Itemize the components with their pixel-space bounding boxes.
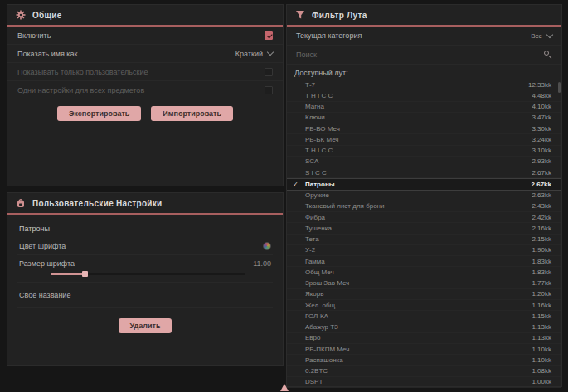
loot-item-name: T H I C C: [305, 92, 333, 99]
loot-item-value: 2.63kk: [532, 191, 551, 199]
loot-list-item[interactable]: Тканевый лист для брони 2.43kk: [287, 201, 561, 212]
color-wheel-icon[interactable]: [263, 242, 271, 250]
category-select[interactable]: Все: [531, 32, 552, 40]
loot-item-name: РБ-БК Меч: [305, 136, 339, 143]
chevron-down-icon: [267, 49, 274, 56]
loot-item-value: 4.10kk: [532, 103, 551, 110]
loot-list-item[interactable]: Патроны 2.67kk: [287, 178, 561, 190]
search-row[interactable]: Поиск: [287, 46, 561, 65]
font-size-slider[interactable]: [19, 272, 245, 276]
loot-item-name: Оружие: [305, 191, 329, 199]
loot-item-value: 2.93kk: [532, 157, 551, 165]
filter-panel-title: Фильтр Лута: [312, 11, 367, 20]
backpack-icon: [16, 198, 26, 208]
loot-item-value: 2.43kk: [532, 202, 551, 210]
loot-list-item[interactable]: Абажур ТЗ 1.13kk: [287, 322, 561, 333]
delete-button[interactable]: Удалить: [119, 318, 172, 333]
custom-name-label: Свое название: [19, 291, 70, 299]
font-size-label: Размер шрифта: [19, 259, 75, 268]
loot-item-value: 1.77kk: [532, 279, 551, 287]
search-icon[interactable]: [544, 51, 552, 59]
loot-list-item[interactable]: Магна 4.10kk: [287, 102, 561, 113]
loot-list-item[interactable]: Гамма 1.83kk: [287, 256, 561, 267]
export-button[interactable]: Экспортировать: [57, 106, 141, 121]
loot-list-item[interactable]: 0.2BTC 1.08kk: [287, 366, 561, 377]
loot-item-name: Ключи: [305, 114, 325, 121]
loot-item-name: ГОЛ-КА: [305, 312, 328, 320]
loot-list-item[interactable]: Зрош Зав Меч 1.77kk: [287, 278, 561, 289]
loot-list-item[interactable]: Тета 2.15kk: [287, 235, 561, 245]
loot-item-name: Патроны: [305, 181, 335, 188]
slider-thumb[interactable]: [82, 271, 88, 277]
loot-item-name: DSPT: [305, 378, 323, 385]
loot-list-item[interactable]: Ключи 3.47kk: [287, 113, 561, 123]
loot-list-item[interactable]: У-2 1.90kk: [287, 245, 561, 256]
loot-list-item[interactable]: SCA 2.93kk: [287, 157, 561, 167]
loot-list-item[interactable]: S I C C 2.67kk: [287, 167, 561, 178]
loot-item-value: 1.16kk: [532, 302, 551, 309]
category-label: Текущая категория: [296, 31, 362, 40]
loot-item-value: 2.15kk: [532, 235, 551, 243]
funnel-icon: [295, 10, 305, 20]
enable-row: Включить: [7, 27, 283, 45]
name-format-select[interactable]: Краткий: [235, 50, 273, 58]
custom-panel-body: Патроны Цвет шрифта Размер шрифта 11.00 …: [7, 215, 283, 333]
loot-list-item[interactable]: T H I C C 3.10kk: [287, 146, 561, 157]
chevron-down-icon: [546, 31, 553, 37]
loot-list-item[interactable]: РБ-БК Меч 3.24kk: [287, 134, 561, 145]
loot-list-item[interactable]: РБ-ПКПМ Меч 1.10kk: [287, 344, 561, 355]
enable-label: Включить: [17, 31, 51, 40]
loot-item-value: 1.10kk: [532, 356, 551, 364]
category-value: Все: [531, 32, 542, 40]
show-name-as-label: Показать имя как: [17, 50, 77, 58]
import-button[interactable]: Импортировать: [151, 106, 233, 121]
enable-checkbox[interactable]: [265, 31, 273, 40]
loot-list-item[interactable]: Т-7 12.33kk: [287, 80, 561, 90]
search-input[interactable]: Поиск: [296, 51, 317, 59]
loot-list-item[interactable]: Якорь 1.20kk: [287, 289, 561, 300]
loot-list-item[interactable]: Евро 1.13kk: [287, 333, 561, 344]
gear-icon: [16, 10, 26, 20]
general-panel-title: Общие: [32, 11, 62, 20]
loot-item-value: 1.90kk: [532, 246, 551, 254]
loot-item-name: У-2: [305, 246, 315, 254]
available-loot-label: Доступный лут:: [287, 65, 561, 80]
loot-list-item[interactable]: Распашонка 1.10kk: [287, 355, 561, 365]
loot-list-item[interactable]: Оружие 2.63kk: [287, 191, 561, 201]
custom-panel-title: Пользовательские Настройки: [32, 199, 163, 208]
loot-list-item[interactable]: Общ Меч 1.83kk: [287, 267, 561, 278]
import-export-row: Экспортировать Импортировать: [7, 99, 283, 128]
loot-list: Т-7 12.33kk T H I C C 4.48kk Магна 4.10k…: [287, 80, 561, 388]
loot-item-name: Абажур ТЗ: [305, 323, 338, 331]
loot-list-item[interactable]: ГОЛ-КА 1.15kk: [287, 311, 561, 322]
only-custom-label: Показывать только пользовательские: [17, 68, 148, 76]
loot-item-value: 1.20kk: [532, 290, 551, 298]
slider-fill: [51, 273, 85, 275]
loot-item-value: 4.48kk: [532, 92, 551, 99]
loot-list-item[interactable]: Тушенка 2.16kk: [287, 223, 561, 234]
loot-item-name: Зрош Зав Меч: [305, 279, 349, 287]
loot-list-item[interactable]: T H I C C 4.48kk: [287, 90, 561, 101]
loot-filter-panel: Фильтр Лута Текущая категория Все Поиск …: [286, 4, 562, 387]
loot-list-item[interactable]: РБ-ВО Меч 3.30kk: [287, 123, 561, 134]
custom-name-input[interactable]: [70, 290, 271, 300]
loot-list-item[interactable]: Фибра 2.42kk: [287, 212, 561, 223]
font-color-label: Цвет шрифта: [19, 242, 66, 250]
loot-item-value: 1.15kk: [532, 312, 551, 320]
loot-item-value: 12.33kk: [528, 81, 551, 89]
loot-list-item[interactable]: Жел. общ 1.16kk: [287, 300, 561, 311]
only-custom-checkbox: [265, 68, 273, 76]
filter-panel-header: Фильтр Лута: [287, 5, 561, 27]
only-custom-row: Показывать только пользовательские: [7, 63, 283, 81]
loot-item-value: 2.16kk: [532, 225, 551, 232]
loot-item-name: РБ-ПКПМ Меч: [305, 346, 349, 353]
loot-item-value: 2.67kk: [532, 169, 551, 177]
category-row: Текущая категория Все: [287, 27, 561, 46]
loot-item-value: 1.13kk: [532, 334, 551, 341]
selected-item-name: Патроны: [17, 223, 273, 238]
loot-item-name: S I C C: [305, 169, 327, 177]
font-color-row: Цвет шрифта: [17, 238, 273, 255]
loot-item-name: Жел. общ: [305, 302, 335, 309]
loot-item-value: 3.24kk: [532, 136, 551, 143]
loot-list-item[interactable]: DSPT 1.00kk: [287, 377, 561, 388]
